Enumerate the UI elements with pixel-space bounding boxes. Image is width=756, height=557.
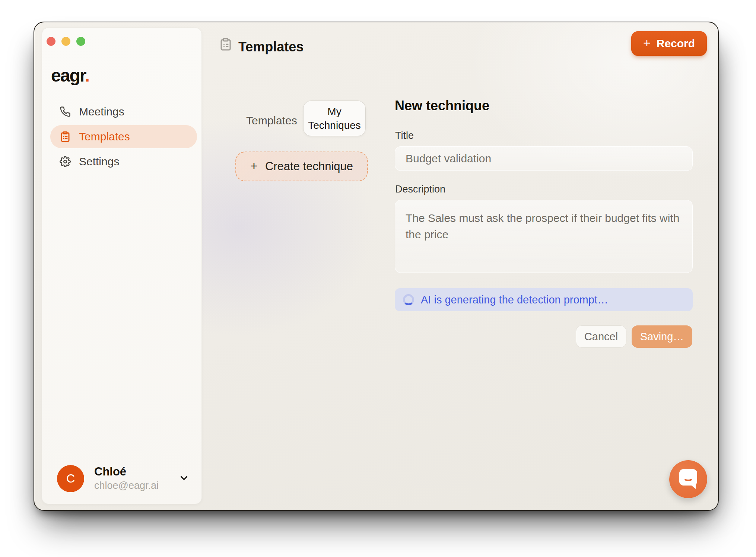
sidebar-item-meetings[interactable]: Meetings	[50, 100, 197, 123]
user-email: chloe@eagr.ai	[94, 480, 159, 491]
sidebar: eagr. Meetings Templates	[42, 28, 202, 504]
page-title: Templates	[238, 39, 304, 55]
record-button[interactable]: + Record	[631, 31, 707, 56]
saving-button[interactable]: Saving…	[632, 325, 692, 348]
traffic-light-zoom-button[interactable]	[76, 37, 85, 46]
sidebar-nav: Meetings Templates Settings	[42, 100, 201, 175]
sidebar-item-templates[interactable]: Templates	[50, 125, 197, 148]
clipboard-icon	[60, 131, 71, 142]
app-window: eagr. Meetings Templates	[34, 22, 719, 511]
form-heading: New technique	[395, 98, 489, 114]
tab-templates[interactable]: Templates	[246, 114, 297, 127]
logo-text: eagr	[51, 66, 85, 85]
traffic-light-minimize-button[interactable]	[61, 37, 70, 46]
title-field[interactable]	[395, 146, 693, 171]
user-name: Chloé	[94, 465, 126, 478]
user-menu[interactable]: C Chloé chloe@eagr.ai	[42, 464, 201, 493]
title-label: Title	[395, 130, 414, 141]
ai-status-text: AI is generating the detection prompt…	[421, 294, 608, 306]
sidebar-item-label: Settings	[79, 155, 119, 168]
traffic-light-close-button[interactable]	[47, 37, 55, 46]
smile-icon	[683, 475, 693, 481]
chat-launcher-button[interactable]	[669, 460, 707, 498]
window-controls	[47, 37, 85, 46]
avatar: C	[57, 465, 84, 492]
sidebar-item-settings[interactable]: Settings	[50, 150, 197, 173]
tab-my-techniques[interactable]: My Techniques	[303, 101, 366, 136]
tab-label: My Techniques	[304, 105, 365, 132]
spinner-icon	[403, 294, 414, 305]
ai-status-banner: AI is generating the detection prompt…	[395, 288, 693, 311]
sidebar-item-label: Meetings	[79, 105, 124, 118]
description-label: Description	[395, 184, 445, 195]
create-technique-button[interactable]: + Create technique	[235, 152, 368, 181]
create-technique-label: Create technique	[265, 160, 353, 173]
plus-icon: +	[250, 159, 258, 173]
chevron-down-icon[interactable]	[178, 472, 190, 484]
clipboard-icon	[219, 37, 232, 51]
plus-icon: +	[643, 36, 651, 50]
cancel-button[interactable]: Cancel	[576, 325, 626, 348]
logo-dot: .	[85, 66, 89, 85]
sidebar-item-label: Templates	[79, 130, 130, 143]
chat-bubble-icon	[679, 469, 697, 486]
gear-icon	[60, 156, 71, 167]
record-button-label: Record	[657, 37, 695, 50]
phone-icon	[60, 106, 71, 117]
description-field[interactable]: The Sales must ask the prospect if their…	[395, 200, 693, 273]
eagr-logo: eagr.	[51, 65, 89, 86]
